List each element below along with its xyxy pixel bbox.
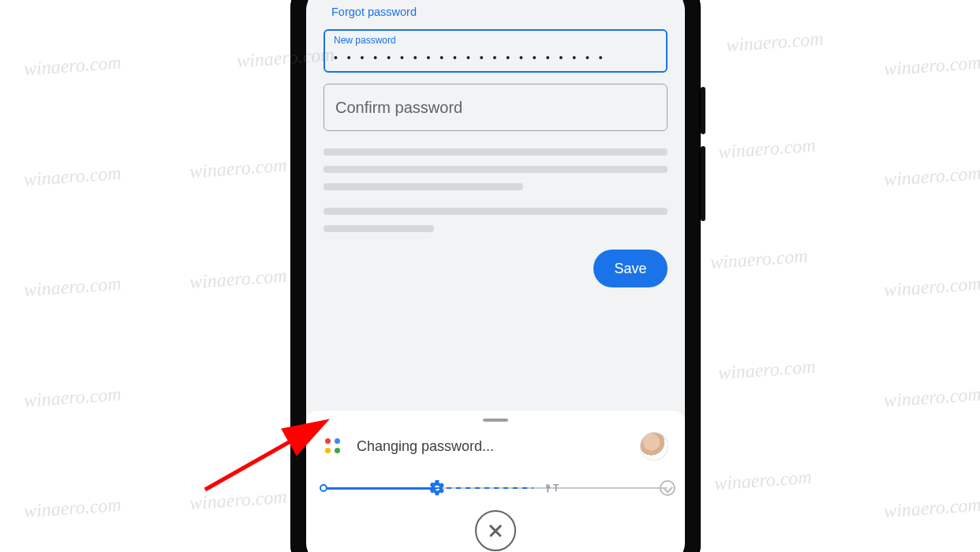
password-form: Forgot password New password • • • • • •… [306,0,685,411]
progress-track: T [324,479,668,498]
new-password-field[interactable]: New password • • • • • • • • • • • • • •… [324,29,668,73]
user-avatar[interactable] [641,433,668,460]
phone-frame: Forgot password New password • • • • • •… [290,0,701,552]
close-button[interactable] [475,510,516,551]
check-circle-icon [660,480,675,496]
progress-step-credentials: T [543,482,558,494]
new-password-value: • • • • • • • • • • • • • • • • • • • • … [334,51,657,64]
key-icon: T [543,482,558,494]
confirm-password-field[interactable]: Confirm password [324,84,668,131]
assistant-status-text: Changing password... [357,438,641,455]
gear-icon [428,479,446,497]
phone-screen: Forgot password New password • • • • • •… [306,0,685,552]
placeholder-text-block [324,148,668,232]
progress-step-start [320,484,327,492]
progress-step-settings [428,479,446,497]
new-password-label: New password [334,36,657,45]
forgot-password-link[interactable]: Forgot password [331,6,668,18]
progress-step-done [660,480,675,496]
save-button[interactable]: Save [593,250,668,287]
google-assistant-icon [324,437,342,456]
confirm-password-label: Confirm password [335,92,656,122]
assistant-bottom-sheet: Changing password... T [306,411,685,552]
